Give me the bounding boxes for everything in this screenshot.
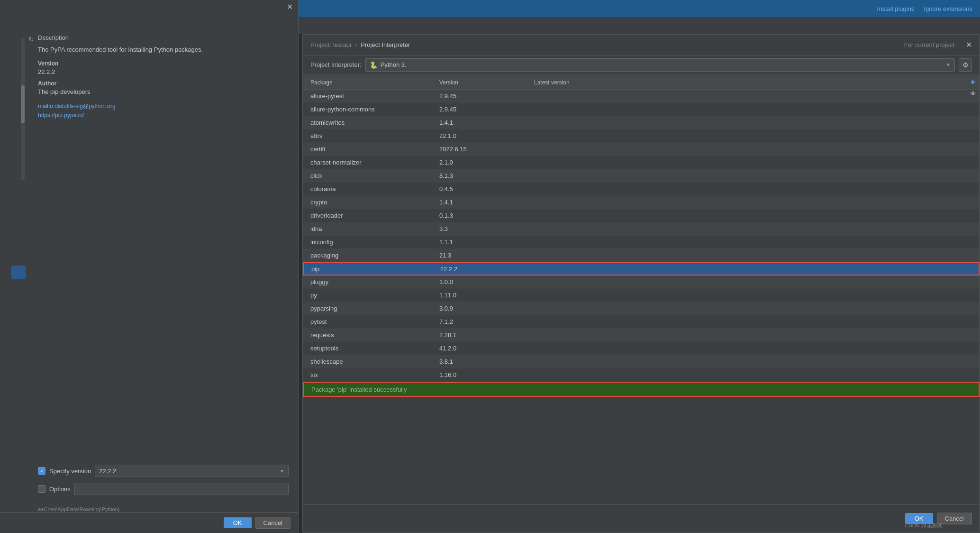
interpreter-label: Project Interpreter:: [310, 61, 362, 68]
options-input[interactable]: [74, 483, 289, 495]
notification-actions: Install plugins Ignore extensions: [877, 5, 972, 12]
ok-button[interactable]: OK: [224, 517, 252, 528]
add-package-button[interactable]: +: [968, 77, 978, 87]
package-name: crypto: [303, 199, 436, 206]
success-message-row[interactable]: Package 'pip' installed successfully: [303, 382, 980, 397]
table-row[interactable]: crypto1.4.1: [303, 196, 980, 209]
version-dropdown[interactable]: 22.2.2 ▼: [95, 465, 289, 477]
interpreter-row: Project Interpreter: 🐍 Python 3. ▼ ⚙: [303, 55, 980, 74]
package-name: click: [303, 172, 436, 179]
version-label: Version: [38, 60, 289, 67]
table-row[interactable]: pluggy1.0.0: [303, 276, 980, 289]
package-version: 1.1.1: [436, 239, 530, 246]
left-panel-action-bar: OK Cancel: [0, 512, 298, 533]
table-row[interactable]: six1.16.0: [303, 368, 980, 382]
version-dropdown-value: 22.2.2: [99, 468, 116, 475]
table-row[interactable]: shellescape3.8.1: [303, 355, 980, 368]
options-row: Options: [38, 483, 289, 495]
eye-icon[interactable]: 👁: [968, 89, 978, 98]
specify-version-row: Specify version 22.2.2 ▼: [38, 465, 289, 477]
table-row[interactable]: charset-normalizer2.1.0: [303, 156, 980, 169]
package-version: 22.1.0: [436, 132, 530, 139]
ignore-extensions-link[interactable]: Ignore extensions: [924, 5, 972, 12]
package-name: pyparsing: [303, 305, 436, 312]
table-row[interactable]: allure-pytest2.9.45: [303, 90, 980, 103]
author-label: Author: [38, 80, 289, 87]
table-row[interactable]: packaging21.3: [303, 249, 980, 262]
package-version: 41.2.0: [436, 345, 530, 352]
package-name: iniconfig: [303, 239, 436, 246]
breadcrumb-separator: ›: [355, 41, 357, 48]
left-scrollbar-thumb: [21, 85, 25, 123]
description-label: Description: [38, 34, 289, 41]
package-version: 7.1.2: [436, 318, 530, 325]
package-name: allure-python-commons: [303, 106, 436, 113]
column-package: Package: [303, 79, 436, 86]
breadcrumb-current: Project Interpreter: [361, 41, 410, 48]
version-value: 22.2.2: [38, 68, 289, 75]
table-body: allure-pytest2.9.45allure-python-commons…: [303, 90, 980, 504]
refresh-icon[interactable]: ↻: [28, 36, 34, 43]
package-version: 1.4.1: [436, 199, 530, 206]
package-name: colorama: [303, 185, 436, 193]
table-row[interactable]: atomicwrites1.4.1: [303, 116, 980, 129]
table-row[interactable]: pytest7.1.2: [303, 315, 980, 329]
python-icon: 🐍: [370, 61, 378, 69]
pip-row[interactable]: pip22.2.2: [303, 262, 980, 276]
blue-bar-indicator: [11, 266, 26, 279]
table-row[interactable]: click8.1.3: [303, 169, 980, 183]
author-value: The pip developers: [38, 88, 289, 95]
table-row[interactable]: colorama0.4.5: [303, 183, 980, 196]
left-scrollbar[interactable]: [21, 38, 25, 180]
bottom-controls: Specify version 22.2.2 ▼ Options: [38, 465, 289, 495]
package-name: driverloader: [303, 212, 436, 219]
package-version: 2.28.1: [436, 331, 530, 339]
package-name: certifi: [303, 146, 436, 153]
package-version: 1.16.0: [436, 371, 530, 378]
package-version: 22.2.2: [436, 266, 531, 273]
package-version: 3.0.9: [436, 305, 530, 312]
package-name: atomicwrites: [303, 119, 436, 126]
package-version: 0.1.3: [436, 212, 530, 219]
package-name: pip: [304, 266, 436, 273]
package-name: setuptools: [303, 345, 436, 352]
mailto-link[interactable]: mailto:distutils-sig@python.org: [38, 102, 289, 111]
gear-button[interactable]: ⚙: [959, 58, 972, 72]
package-name: attrs: [303, 132, 436, 139]
column-latest: Latest version: [530, 79, 980, 86]
install-plugins-link[interactable]: Install plugins: [877, 5, 915, 12]
package-name: py: [303, 292, 436, 299]
table-row[interactable]: iniconfig1.1.1: [303, 236, 980, 249]
interpreter-dropdown-arrow: ▼: [946, 62, 951, 67]
table-row[interactable]: requests2.28.1: [303, 329, 980, 342]
package-name: idna: [303, 225, 436, 232]
options-checkbox[interactable]: [38, 485, 45, 493]
table-row[interactable]: driverloader0.1.3: [303, 209, 980, 222]
table-row[interactable]: setuptools41.2.0: [303, 342, 980, 355]
dialog-header: Project: testapi › Project Interpreter F…: [303, 35, 980, 55]
pip-website-link[interactable]: https://pip.pypa.io/: [38, 111, 289, 120]
table-row[interactable]: py1.11.0: [303, 289, 980, 302]
package-version: 2.9.45: [436, 92, 530, 100]
specify-version-checkbox[interactable]: [38, 467, 45, 475]
path-text: eaChen\AppData\Roaming\Python): [38, 506, 119, 512]
cancel-button[interactable]: Cancel: [255, 517, 290, 529]
interpreter-value: Python 3.: [381, 61, 943, 68]
table-row[interactable]: attrs22.1.0: [303, 129, 980, 143]
table-row[interactable]: pyparsing3.0.9: [303, 302, 980, 315]
project-interpreter-dialog: Project: testapi › Project Interpreter F…: [302, 34, 980, 533]
package-version: 2022.6.15: [436, 146, 530, 153]
table-row[interactable]: certifi2022.6.15: [303, 143, 980, 156]
package-name: allure-pytest: [303, 92, 436, 100]
right-panel-close-icon[interactable]: ✕: [966, 40, 972, 49]
close-icon[interactable]: ✕: [285, 2, 294, 11]
package-version: 3.8.1: [436, 358, 530, 365]
breadcrumb-project: Project: testapi: [310, 41, 351, 48]
interpreter-dropdown[interactable]: 🐍 Python 3. ▼: [365, 58, 955, 72]
package-version: 21.3: [436, 252, 530, 259]
table-row[interactable]: allure-python-commons2.9.45: [303, 103, 980, 116]
package-name: packaging: [303, 252, 436, 259]
right-side-buttons: + 👁: [966, 75, 980, 100]
table-header: Package Version Latest version: [303, 75, 980, 90]
table-row[interactable]: idna3.3: [303, 222, 980, 236]
